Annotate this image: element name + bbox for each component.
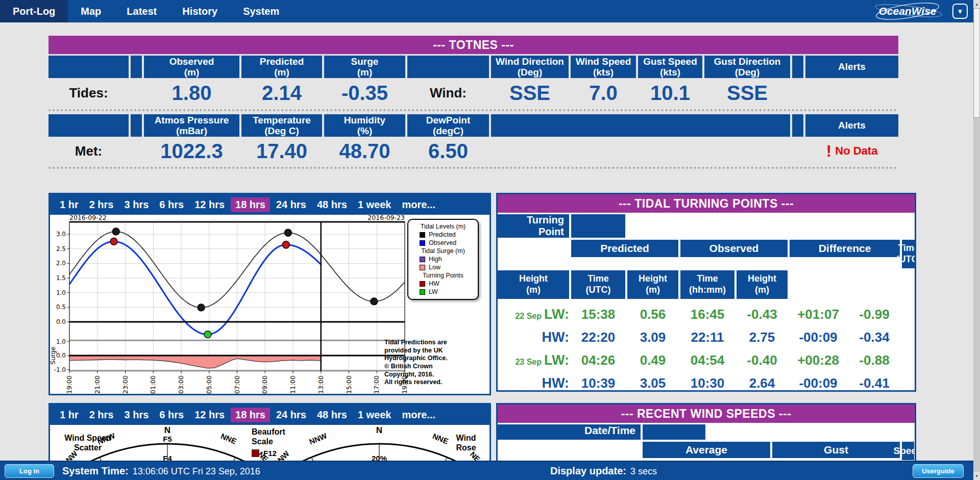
nav-item-portlog[interactable]: Port-Log — [0, 0, 68, 22]
datetime-header: Date/Time — [498, 424, 641, 440]
userguide-button[interactable]: Userguide — [913, 464, 964, 478]
gust-speed-header: Gust Speed (kts) — [638, 56, 702, 78]
nav-dropdown-button[interactable]: ▼ — [952, 4, 968, 19]
top-nav: Port-Log Map Latest History System Ocean… — [0, 0, 980, 22]
pred-time: 04:26 — [571, 352, 625, 368]
svg-text:20%: 20% — [372, 454, 387, 461]
alert-exclamation-icon: ! — [826, 142, 832, 161]
pred-time-header: Time (UTC) — [902, 240, 915, 268]
portlog-app: Port-Log Map Latest History System Ocean… — [0, 0, 980, 480]
tab-48hrs[interactable]: 48 hrs — [312, 197, 352, 212]
svg-text:NW: NW — [65, 449, 80, 461]
tide-chart-area: 0.00.51.01.52.02.53.0-1.00.01.019:0021:0… — [50, 215, 489, 394]
svg-text:2.5: 2.5 — [56, 245, 66, 252]
tab-6hrs[interactable]: 6 hrs — [155, 197, 188, 212]
diff-time-header: Time (hh:mm) — [680, 270, 734, 299]
header-filler — [571, 214, 625, 238]
login-button[interactable]: Log in — [5, 464, 54, 478]
diff-height-header: Height (m) — [737, 270, 788, 299]
tides-spacer-header — [131, 56, 142, 78]
row-date-prefix: 22 Sep — [515, 312, 542, 321]
svg-text:17:00: 17:00 — [373, 375, 380, 394]
met-alerts-header: Alerts — [805, 114, 898, 137]
legend-label: Predicted — [429, 231, 456, 238]
pred-time: 10:39 — [571, 375, 625, 391]
tab-18hrs[interactable]: 18 hrs — [231, 197, 270, 212]
tab-6hrs[interactable]: 6 hrs — [155, 408, 188, 422]
pred-time: 15:38 — [571, 307, 625, 322]
station-title: --- TOTNES --- — [433, 38, 514, 52]
obs-height-header: Height (m) — [627, 270, 678, 299]
average-group-header: Average — [643, 442, 770, 458]
obs-height: -0.40 — [737, 352, 788, 368]
nav-item-system[interactable]: System — [230, 0, 292, 22]
wind-speed-header: Wind Speed (kts) — [571, 56, 636, 78]
nav-item-map[interactable]: Map — [68, 0, 114, 22]
vertical-scrollbar[interactable]: ▲ ▼ — [973, 0, 980, 480]
tab-18hrs[interactable]: 18 hrs — [231, 408, 270, 422]
arrow-down-icon: ▼ — [975, 474, 979, 478]
svg-text:09:00: 09:00 — [261, 375, 268, 394]
display-update-label: Display update: — [550, 465, 626, 477]
recent-wind-header: Date/Time Average Gust Speed Dir Speed D… — [498, 424, 915, 461]
observed-header: Observed (m) — [144, 56, 239, 78]
svg-text:01:00: 01:00 — [149, 375, 157, 394]
wind-direction-value: SSE — [491, 78, 569, 108]
svg-text:1.5: 1.5 — [56, 274, 66, 282]
svg-text:NNE: NNE — [219, 432, 238, 446]
tab-1hr[interactable]: 1 hr — [55, 408, 83, 422]
svg-text:N: N — [376, 426, 382, 435]
scroll-down-button[interactable]: ▼ — [973, 472, 980, 480]
recent-wind-panel: --- RECENT WIND SPEEDS --- Date/Time Ave… — [496, 403, 916, 461]
gust-direction-header: Gust Direction (Deg) — [704, 56, 790, 78]
tab-1hr[interactable]: 1 hr — [55, 197, 83, 212]
tab-2hrs[interactable]: 2 hrs — [85, 408, 118, 422]
scroll-up-button[interactable]: ▲ — [973, 0, 980, 8]
surge-value: -0.35 — [324, 78, 405, 108]
legend-swatch — [420, 257, 425, 262]
tab-1week[interactable]: 1 week — [353, 408, 396, 422]
svg-text:0.5: 0.5 — [56, 304, 66, 311]
tab-3hrs[interactable]: 3 hrs — [120, 197, 154, 212]
tide-chart-tabbar: 1 hr 2 hrs 3 hrs 6 hrs 12 hrs 18 hrs 24 … — [50, 194, 489, 215]
tab-24hrs[interactable]: 24 hrs — [272, 408, 311, 422]
scrollbar-thumb[interactable] — [973, 8, 980, 118]
tab-3hrs[interactable]: 3 hrs — [120, 408, 154, 422]
legend-swatch — [420, 265, 425, 270]
obs-height: 2.64 — [737, 375, 788, 391]
predicted-value: 2.14 — [241, 78, 322, 108]
nav-item-latest[interactable]: Latest — [114, 0, 169, 22]
gust-speed-value: 10.1 — [638, 78, 702, 108]
tab-48hrs[interactable]: 48 hrs — [312, 408, 352, 422]
tab-more[interactable]: more... — [397, 408, 440, 422]
tab-1week[interactable]: 1 week — [353, 197, 396, 212]
obs-time: 04:54 — [680, 352, 734, 368]
svg-text:13:00: 13:00 — [317, 375, 325, 394]
turning-point-row: 23 SepLW: 04:26 0.49 04:54 -0.40 +00:28 … — [498, 349, 915, 372]
svg-text:07:00: 07:00 — [233, 375, 241, 394]
turning-point-row: HW: 22:20 3.09 22:11 2.75 -00:09 -0.34 — [498, 326, 915, 349]
tab-12hrs[interactable]: 12 hrs — [190, 408, 229, 422]
legend-swatch — [420, 289, 425, 295]
temperature-value: 17.40 — [241, 137, 322, 165]
legend-item: Low — [412, 264, 474, 271]
tab-2hrs[interactable]: 2 hrs — [85, 197, 118, 212]
svg-text:15:00: 15:00 — [345, 375, 353, 394]
gust-group-header: Gust — [772, 442, 900, 458]
pred-height: 0.49 — [627, 352, 678, 368]
svg-text:23:00: 23:00 — [121, 375, 129, 394]
display-update-value: 3 secs — [630, 466, 657, 477]
temperature-header: Temperature (Deg C) — [241, 114, 322, 137]
alert-text: No Data — [835, 144, 877, 158]
tab-12hrs[interactable]: 12 hrs — [190, 197, 229, 212]
svg-text:0.0: 0.0 — [56, 352, 66, 359]
nav-item-history[interactable]: History — [169, 0, 230, 22]
atmos-pressure-header: Atmos Pressure (mBar) — [144, 114, 239, 137]
turning-point-row: 22 SepLW: 15:38 0.56 16:45 -0.43 +01:07 … — [498, 303, 915, 326]
tab-24hrs[interactable]: 24 hrs — [272, 197, 311, 212]
svg-text:F4: F4 — [163, 454, 172, 461]
wind-direction-header: Wind Direction (Deg) — [491, 56, 569, 78]
diff-time: -00:09 — [790, 330, 847, 345]
tab-more[interactable]: more... — [397, 197, 440, 212]
obs-time-header: Time (UTC) — [571, 270, 625, 299]
